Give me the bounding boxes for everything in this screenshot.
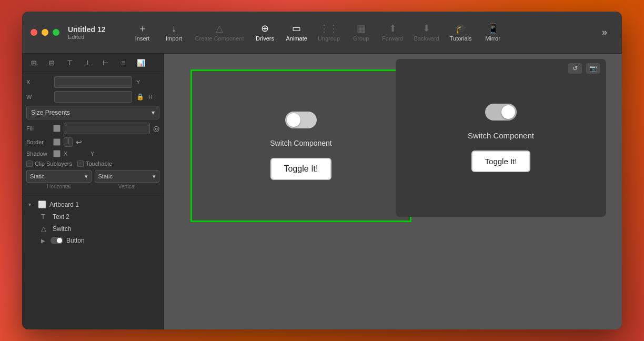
panel-toolbar: ⊞ ⊟ ⊤ ⊥ ⊢ ≡ 📊: [22, 54, 164, 72]
preview-toolbar: ↺ 📷: [568, 63, 600, 74]
animate-label: Animate: [286, 35, 307, 42]
toolbar-animate[interactable]: ▭ Animate: [281, 21, 313, 45]
layer-artboard1[interactable]: ▾ ⬜ Artboard 1: [22, 198, 164, 210]
touchable-checkbox[interactable]: [77, 161, 84, 167]
canvas-toggle-switch[interactable]: [285, 112, 317, 128]
border-style-btn[interactable]: |: [64, 137, 73, 147]
shadow-x-label: X: [64, 151, 87, 157]
align-middle-btn[interactable]: ⊥: [80, 57, 95, 68]
toolbar-create-component[interactable]: △ Create Component: [190, 21, 249, 45]
align-top-btn[interactable]: ⊤: [62, 57, 77, 68]
toolbar-mirror[interactable]: 📱 Mirror: [477, 21, 509, 45]
toolbar-insert[interactable]: ＋ Insert: [127, 21, 158, 45]
fill-color-swatch[interactable]: [53, 125, 61, 132]
toolbar-import[interactable]: ↓ Import: [158, 21, 190, 45]
align-center-btn[interactable]: ⊟: [44, 57, 59, 68]
chevron-h-icon: ▾: [85, 173, 88, 180]
maximize-button[interactable]: [53, 29, 59, 36]
clip-sublayers-label: Clip Sublayers: [35, 161, 72, 167]
canvas-toggle-knob: [287, 113, 300, 127]
align-left-btn[interactable]: ⊞: [26, 57, 41, 68]
drivers-icon: ⊕: [261, 24, 269, 33]
shadow-color-swatch[interactable]: [53, 150, 61, 157]
preview-switch-label: Switch Component: [468, 131, 534, 140]
static-vertical-select[interactable]: Static ▾: [95, 170, 160, 183]
lock-icon: 🔒: [136, 93, 144, 101]
align-bottom-btn[interactable]: ⊢: [98, 57, 113, 68]
layer-text2[interactable]: T Text 2: [22, 210, 164, 223]
artboard1-name: Artboard 1: [49, 201, 79, 208]
static-horizontal-select[interactable]: Static ▾: [26, 170, 92, 183]
backward-label: Backward: [414, 35, 439, 42]
chevron-v-icon: ▾: [153, 173, 156, 180]
canvas-toggle-button[interactable]: Toggle It!: [270, 158, 332, 180]
create-component-icon: △: [216, 24, 223, 33]
ungroup-icon: ⋮⋮: [319, 24, 338, 33]
minimize-button[interactable]: [42, 29, 48, 36]
size-presents-label: Size Presents: [31, 109, 70, 116]
border-radius-btn[interactable]: ↩: [76, 138, 82, 146]
fill-label: Fill: [26, 125, 50, 132]
toolbar-drivers[interactable]: ⊕ Drivers: [249, 21, 281, 45]
border-color-swatch[interactable]: [53, 138, 61, 146]
switch-icon: △: [41, 225, 49, 233]
properties-area: X Y W 🔒 H Size Presents ▾: [22, 72, 164, 194]
preview-toggle-button[interactable]: Toggle It!: [471, 151, 531, 172]
toolbar-more-button[interactable]: »: [596, 27, 613, 38]
forward-label: Forward: [382, 35, 403, 42]
xy-row: X Y: [26, 76, 159, 88]
mirror-label: Mirror: [485, 35, 500, 42]
animate-icon: ▭: [292, 24, 301, 33]
preview-toggle-knob: [501, 105, 515, 119]
app-title: Untitled 12 Edited: [68, 25, 106, 40]
chart-btn[interactable]: 📊: [134, 57, 148, 68]
import-label: Import: [166, 35, 182, 42]
button-chevron-icon: ▶: [41, 238, 47, 244]
fill-value-input[interactable]: [64, 123, 150, 134]
switch-name: Switch: [53, 225, 71, 233]
text2-name: Text 2: [53, 213, 69, 220]
x-input[interactable]: [54, 76, 132, 88]
canvas-area[interactable]: Switch Component Toggle It! ↺ 📷 Switch C…: [164, 54, 622, 329]
static-horizontal-group: Static ▾ Horizontal: [26, 170, 92, 189]
distribute-btn[interactable]: ≡: [116, 57, 130, 68]
touchable-item: Touchable: [77, 161, 112, 167]
toolbar-ungroup[interactable]: ⋮⋮ Ungroup: [313, 21, 345, 45]
insert-label: Insert: [135, 35, 150, 42]
left-panel: ⊞ ⊟ ⊤ ⊥ ⊢ ≡ 📊 X Y W 🔒 H: [22, 54, 164, 329]
size-presents-row: Size Presents ▾: [26, 106, 159, 119]
preview-toggle-switch[interactable]: [485, 104, 517, 121]
main-area: ⊞ ⊟ ⊤ ⊥ ⊢ ≡ 📊 X Y W 🔒 H: [22, 54, 622, 329]
ungroup-label: Ungroup: [318, 35, 340, 42]
clip-sublayers-item: Clip Sublayers: [26, 161, 72, 167]
shadow-y-label: Y: [90, 151, 114, 157]
fill-opacity-btn[interactable]: ◎: [153, 124, 159, 133]
group-icon: ▦: [357, 24, 366, 33]
preview-video-btn[interactable]: 📷: [586, 63, 600, 74]
chevron-down-icon: ▾: [152, 109, 155, 116]
window-controls: [31, 29, 59, 36]
close-button[interactable]: [31, 29, 37, 36]
toolbar-backward[interactable]: ⬇ Backward: [408, 21, 444, 45]
w-input[interactable]: [54, 91, 132, 103]
layers-area: ▾ ⬜ Artboard 1 T Text 2 △ Switch ▶ Butto…: [22, 194, 164, 329]
clip-sublayers-checkbox[interactable]: [26, 161, 33, 167]
create-component-label: Create Component: [195, 35, 244, 42]
title-bar: Untitled 12 Edited ＋ Insert ↓ Import △ C…: [22, 12, 622, 54]
backward-icon: ⬇: [422, 24, 430, 33]
preview-undo-btn[interactable]: ↺: [568, 63, 582, 74]
tutorials-label: Tutorials: [450, 35, 472, 42]
toolbar-group[interactable]: ▦ Group: [345, 21, 377, 45]
layer-button[interactable]: ▶ Button: [22, 235, 164, 246]
drivers-label: Drivers: [256, 35, 274, 42]
import-icon: ↓: [172, 24, 176, 33]
text-icon: T: [41, 213, 49, 220]
size-presents-select[interactable]: Size Presents ▾: [26, 106, 159, 119]
toolbar-forward[interactable]: ⬆ Forward: [377, 21, 408, 45]
button-name: Button: [66, 237, 85, 244]
touchable-label: Touchable: [86, 161, 112, 167]
tutorials-icon: 🎓: [455, 24, 467, 33]
layer-switch[interactable]: △ Switch: [22, 223, 164, 235]
border-row: Border | ↩: [26, 137, 159, 147]
toolbar-tutorials[interactable]: 🎓 Tutorials: [445, 21, 477, 45]
